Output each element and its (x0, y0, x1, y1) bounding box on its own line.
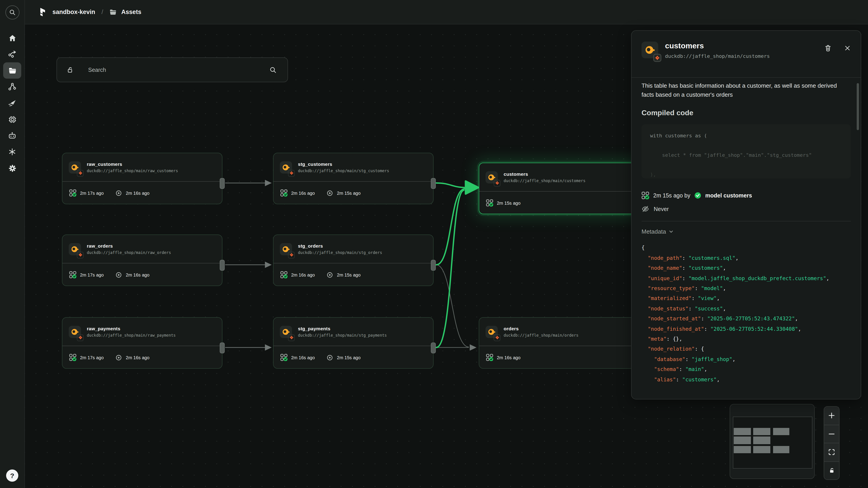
zoom-controls (824, 406, 839, 480)
compiled-code-heading: Compiled code (642, 109, 851, 117)
topbar: sandbox-kevin / Assets (25, 0, 868, 24)
sidebar-item-runs[interactable] (3, 46, 21, 62)
search-input[interactable] (87, 66, 270, 73)
sidebar-item-home[interactable] (3, 30, 21, 46)
metadata-toggle[interactable]: Metadata (642, 228, 674, 235)
asset-node-raw-orders[interactable]: raw_orders duckdb://jaffle_shop/main/raw… (62, 234, 222, 286)
panel-header: customers duckdb://jaffle_shop/main/cust… (631, 31, 861, 78)
cpu-chip-icon (8, 115, 17, 124)
sidebar-item-lineage[interactable] (3, 78, 21, 95)
search-icon[interactable] (270, 66, 277, 73)
sidebar: ? (0, 0, 25, 488)
node-uri: duckdb://jaffle_shop/main/raw_customers (87, 168, 178, 173)
duckdb-asset-icon (280, 326, 292, 338)
edge-source-handle[interactable] (220, 178, 225, 189)
home-icon (8, 34, 17, 42)
minimap-node-block (773, 428, 789, 435)
minimap-node-block (753, 446, 770, 453)
fit-view-button[interactable] (824, 443, 839, 462)
node-header: orders duckdb://jaffle_shop/main/orders (479, 318, 639, 346)
schedule-row: Never (642, 205, 851, 213)
node-title: customers (504, 171, 585, 177)
node-footer: 2m 16s ago (479, 346, 639, 369)
breadcrumb-section[interactable]: Assets (121, 8, 142, 15)
node-footer: 2m 17s ago 2m 16s ago (62, 181, 222, 204)
breadcrumb-workspace[interactable]: sandbox-kevin (53, 8, 95, 15)
dbt-badge-icon (494, 180, 500, 186)
asset-node-customers-selected[interactable]: customers duckdb://jaffle_shop/main/cust… (479, 163, 639, 214)
duckdb-asset-icon (69, 243, 81, 255)
node-footer: 2m 17s ago 2m 16s ago (62, 346, 222, 369)
node-title: stg_payments (298, 326, 387, 331)
panel-uri: duckdb://jaffle_shop/main/customers (665, 53, 770, 59)
edge-source-handle[interactable] (431, 178, 436, 189)
minimap[interactable] (730, 404, 815, 479)
asset-node-stg-customers[interactable]: stg_customers duckdb://jaffle_shop/main/… (273, 153, 434, 204)
compiled-code-block[interactable]: with customers as ( select * from "jaffl… (642, 125, 851, 179)
edge-source-handle[interactable] (220, 260, 225, 271)
node-uri: duckdb://jaffle_shop/main/raw_payments (87, 333, 176, 337)
runs-grid-icon (642, 192, 649, 199)
dbt-badge-icon (77, 170, 84, 176)
global-search-button[interactable] (5, 5, 19, 20)
zoom-in-button[interactable] (824, 407, 839, 425)
node-uri: duckdb://jaffle_shop/main/orders (504, 333, 579, 337)
metadata-label: Metadata (642, 228, 666, 235)
asset-node-orders[interactable]: orders duckdb://jaffle_shop/main/orders … (479, 317, 639, 369)
edge-source-handle[interactable] (431, 260, 436, 271)
canvas-search-bar (57, 57, 288, 82)
runs-grid-icon (280, 354, 287, 361)
runs-grid-icon (280, 271, 287, 278)
unlock-icon[interactable] (67, 66, 74, 73)
node-title: raw_customers (87, 161, 178, 167)
schedule-value: Never (654, 206, 669, 213)
sidebar-item-deployments[interactable] (3, 95, 21, 111)
panel-scrollbar-thumb[interactable] (857, 83, 859, 130)
minimap-node-block (773, 446, 789, 453)
asset-node-stg-orders[interactable]: stg_orders duckdb://jaffle_shop/main/stg… (273, 234, 434, 286)
minimap-node-block (734, 428, 751, 435)
app-root: ? sandbox-kevin / Assets (0, 0, 868, 488)
edge-source-handle[interactable] (431, 343, 436, 353)
sidebar-item-settings[interactable] (3, 160, 21, 176)
edge-stg-customers-customers (436, 183, 464, 188)
last-run-stat: 2m 16s ago (280, 354, 315, 361)
asset-node-raw-customers[interactable]: raw_customers duckdb://jaffle_shop/main/… (62, 153, 222, 204)
delete-button[interactable] (824, 44, 832, 52)
node-title: stg_orders (298, 243, 382, 249)
last-run-model-link[interactable]: model customers (705, 193, 752, 199)
edge-source-handle[interactable] (220, 343, 225, 353)
eye-off-icon (642, 205, 649, 213)
sidebar-item-variables[interactable] (3, 144, 21, 160)
observation-icon (116, 190, 122, 196)
help-button[interactable]: ? (6, 469, 18, 482)
last-run-stat: 2m 17s ago (69, 354, 104, 361)
sidebar-item-assets[interactable] (3, 62, 21, 78)
observed-stat: 2m 16s ago (116, 354, 150, 361)
sidebar-item-work-pools[interactable] (3, 111, 21, 127)
metadata-json[interactable]: { "node_path": "customers.sql", "node_na… (642, 243, 851, 387)
asset-description: This table has basic information about a… (642, 81, 851, 100)
node-header: stg_orders duckdb://jaffle_shop/main/stg… (274, 235, 433, 263)
last-run-stat: 2m 17s ago (69, 271, 104, 278)
zoom-out-button[interactable] (824, 425, 839, 443)
close-button[interactable] (844, 45, 851, 52)
panel-body: This table has basic information about a… (631, 78, 861, 387)
edge-stg-orders-orders (436, 265, 469, 347)
observation-icon (327, 271, 333, 278)
lock-toggle-button[interactable] (824, 462, 839, 480)
last-run-row: 2m 15s ago by model customers (642, 192, 851, 199)
minimap-node-block (734, 446, 751, 453)
minimap-node-block (734, 436, 751, 444)
runs-grid-icon (486, 354, 493, 361)
observed-stat: 2m 15s ago (327, 190, 361, 196)
node-uri: duckdb://jaffle_shop/main/stg_orders (298, 250, 382, 255)
asset-node-stg-payments[interactable]: stg_payments duckdb://jaffle_shop/main/s… (273, 317, 434, 369)
runs-grid-icon (69, 354, 76, 361)
folder-icon (8, 66, 17, 75)
asset-node-raw-payments[interactable]: raw_payments duckdb://jaffle_shop/main/r… (62, 317, 222, 369)
asset-detail-panel: customers duckdb://jaffle_shop/main/cust… (631, 30, 861, 399)
observed-stat: 2m 16s ago (116, 271, 150, 278)
sidebar-item-automations[interactable] (3, 127, 21, 144)
minimap-node-block (753, 428, 770, 435)
